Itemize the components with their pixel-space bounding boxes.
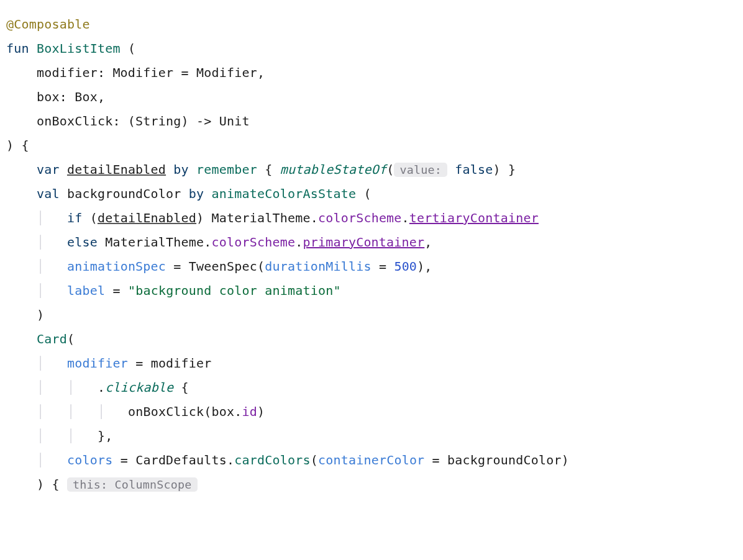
indent-guide: │ [67,404,75,419]
call-tweenspec: TweenSpec [189,259,257,274]
dot: . [98,380,105,395]
annotation-composable: @Composable [6,17,90,32]
brace-open: { [265,162,272,177]
paren-close-3: ) [196,210,204,225]
eq: = [135,356,143,371]
indent-guide: │ [37,210,44,225]
param-label: label [67,283,105,298]
kw-var: var [37,162,60,177]
indent-guide: │ [37,453,44,467]
kw-else: else [67,235,98,250]
call-onboxclick: onBoxClick [128,404,204,419]
param-containercolor: containerColor [318,453,424,467]
close-paren-brace: ) { [6,138,29,153]
ref-backgroundcolor: backgroundColor [447,453,562,467]
indent-guide: │ [37,404,44,419]
paren-open-6: ( [204,404,211,419]
paren-open: ( [386,162,394,177]
eq: = [121,453,128,467]
paren-open-2: ( [363,186,371,201]
eq: = [379,259,386,274]
indent-guide: │ [37,235,44,250]
indent-guide: │ [37,259,44,274]
ref-materialtheme-2: MaterialTheme. [105,235,211,250]
paren-open-7: ( [311,453,318,467]
indent-guide: │ [37,380,44,395]
indent-guide: │ [37,283,44,298]
comma: , [424,235,432,250]
prop-id: id [242,404,257,419]
paren-close-6: ) [257,404,265,419]
param-onboxclick: onBoxClick: (String) -> Unit [37,114,250,129]
kw-by: by [173,162,188,177]
kw-fun: fun [6,41,29,56]
param-box: box: Box, [37,89,105,104]
num-500: 500 [394,259,417,274]
paren-close: ) [493,162,501,177]
paren-close-7: ) [562,453,569,467]
ref-materialtheme: MaterialTheme. [212,210,318,225]
string-label: "background color animation" [128,283,341,298]
indent-guide: │ [98,404,105,419]
kw-by-2: by [189,186,204,201]
dot: . [227,453,234,467]
paren-open-3: ( [90,210,98,225]
ref-detailenabled: detailEnabled [98,210,196,225]
call-mutablestateof: mutableStateOf [280,162,386,177]
ref-box: box. [212,404,242,419]
param-modifier: modifier: Modifier = Modifier, [37,65,265,80]
call-animatecolor: animateColorAsState [212,186,357,201]
func-name: BoxListItem [37,41,121,56]
var-backgroundcolor: backgroundColor [67,186,181,201]
paren-close-5: ) [37,307,44,322]
prop-tertiarycontainer: tertiaryContainer [409,210,539,225]
code-editor[interactable]: @Composable fun BoxListItem ( modifier: … [0,0,743,560]
kw-val: val [37,186,60,201]
prop-colorscheme-2: colorScheme [212,235,296,250]
eq: = [112,283,120,298]
dot: . [402,210,409,225]
eq: = [173,259,181,274]
prop-colorscheme: colorScheme [318,210,402,225]
brace-open-2: { [181,380,189,395]
call-remember: remember [196,162,257,177]
ref-carddefaults: CardDefaults [135,453,227,467]
indent-guide: │ [37,428,44,443]
call-cardcolors: cardColors [234,453,310,467]
paren-close-4: ), [417,259,432,274]
param-colors: colors [67,453,112,467]
kw-false: false [455,162,493,177]
var-detailenabled: detailEnabled [67,162,166,177]
indent-guide: │ [67,428,75,443]
paren-open-4: ( [257,259,265,274]
param-animationspec: animationSpec [67,259,166,274]
hint-columnscope: this: ColumnScope [67,477,198,492]
hint-value: value: [394,163,447,177]
brace-close-comma: }, [98,428,112,443]
paren-close-brace: ) { [37,477,60,492]
param-durationmillis: durationMillis [265,259,371,274]
kw-if: if [67,210,82,225]
call-clickable: clickable [105,380,173,395]
indent-guide: │ [67,380,75,395]
ref-modifier: modifier [151,356,212,371]
open-paren: ( [128,41,135,56]
dot: . [295,235,303,250]
indent-guide: │ [37,356,44,371]
brace-close: } [508,162,516,177]
paren-open-5: ( [67,332,75,346]
eq: = [432,453,440,467]
prop-primarycontainer: primaryContainer [303,235,424,250]
call-card: Card [37,332,67,346]
param-modifier-2: modifier [67,356,128,371]
